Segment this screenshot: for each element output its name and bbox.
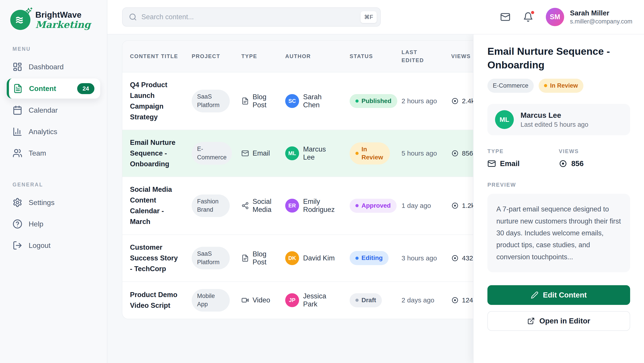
views-value: 432: [462, 254, 473, 262]
sidebar-section-general: GENERAL: [12, 182, 100, 188]
row-title: Customer Success Story - TechCorp: [122, 235, 184, 282]
author-name: Jessica Park: [303, 292, 338, 308]
status-label: Draft: [362, 296, 376, 304]
author-cell: SC Sarah Chen: [285, 93, 338, 109]
project-pill: E-Commerce: [192, 142, 232, 165]
mail-icon: [500, 12, 510, 22]
open-in-editor-button[interactable]: Open in Editor: [488, 311, 630, 331]
pencil-icon: [531, 291, 538, 299]
notifications-button[interactable]: [523, 12, 533, 22]
author-cell: ER Emily Rodriguez: [285, 198, 338, 214]
sidebar-item-settings[interactable]: Settings: [7, 192, 100, 213]
type-cell: Blog Post: [241, 250, 274, 266]
email-icon: [488, 159, 496, 168]
status-label: Approved: [362, 202, 391, 210]
open-in-editor-label: Open in Editor: [539, 317, 590, 325]
column-header-status: STATUS: [342, 41, 394, 72]
calendar-icon: [12, 105, 22, 115]
eye-icon: [451, 150, 459, 157]
status-badge: Draft: [350, 293, 382, 307]
author-name: David Kim: [303, 254, 335, 262]
last-edited: 5 hours ago: [394, 130, 444, 177]
user-email: s.miller@company.com: [570, 18, 632, 25]
sidebar-item-help[interactable]: Help: [7, 213, 100, 235]
email-icon: [241, 150, 249, 157]
author-name: Emily Rodriguez: [303, 198, 338, 214]
brand-tagline: Marketing: [35, 20, 90, 29]
brand-name: BrightWave: [35, 10, 90, 20]
search-box[interactable]: ⌘F: [122, 7, 381, 26]
author-card-info: Marcus Lee Last edited 5 hours ago: [520, 111, 588, 128]
sidebar-item-team[interactable]: Team: [7, 142, 100, 164]
sidebar-item-label: Dashboard: [29, 63, 64, 71]
status-label: Published: [362, 97, 392, 105]
preview-label: PREVIEW: [488, 182, 630, 188]
search-shortcut-hint: ⌘F: [360, 11, 377, 23]
type-value-text: Email: [500, 159, 520, 168]
column-header-project: PROJECT: [184, 41, 234, 72]
status-badge: In Review: [350, 142, 390, 165]
sidebar-item-logout[interactable]: Logout: [7, 235, 100, 256]
video-icon: [241, 296, 249, 304]
type-cell: Email: [241, 149, 274, 157]
sidebar-item-label: Calendar: [29, 106, 58, 114]
blog-post-icon: [241, 97, 249, 105]
share-icon: [241, 202, 249, 209]
sidebar-item-content[interactable]: Content 24: [7, 78, 100, 99]
views-cell: 856: [451, 150, 475, 157]
type-cell: Social Media: [241, 198, 274, 214]
status-label: In Review: [550, 82, 578, 90]
table-row[interactable]: Q4 Product Launch Campaign Strategy SaaS…: [122, 72, 479, 130]
type-value: Email: [488, 159, 559, 168]
views-value: 856: [559, 159, 630, 168]
sidebar-item-calendar[interactable]: Calendar: [7, 99, 100, 121]
views-cell: 432: [451, 254, 475, 262]
table-row-selected[interactable]: Email Nurture Sequence - Onboarding E-Co…: [122, 130, 479, 177]
type-cell: Video: [241, 296, 274, 304]
users-icon: [12, 148, 22, 158]
last-edited: 2 hours ago: [394, 72, 444, 130]
views-value: 2.4k: [462, 97, 475, 105]
type-label: Blog Post: [252, 250, 274, 266]
topbar-actions: SM Sarah Miller s.miller@company.com: [500, 8, 632, 26]
search-input[interactable]: [141, 13, 356, 21]
type-label: Social Media: [252, 198, 274, 214]
detail-meta: TYPE Email VIEWS 856: [488, 148, 630, 168]
sidebar-item-analytics[interactable]: Analytics: [7, 121, 100, 142]
column-header-last-edited: LAST EDITED: [394, 41, 444, 72]
sidebar-item-dashboard[interactable]: Dashboard: [7, 56, 100, 77]
user-menu[interactable]: SM Sarah Miller s.miller@company.com: [546, 8, 632, 26]
avatar: JP: [285, 293, 299, 307]
sidebar-item-label: Logout: [29, 241, 50, 250]
table-row[interactable]: Customer Success Story - TechCorp SaaS P…: [122, 235, 479, 282]
table-row[interactable]: Product Demo Video Script Mobile App Vid…: [122, 282, 479, 319]
sidebar-item-label: Content: [29, 84, 56, 93]
views-value-text: 856: [571, 159, 584, 168]
mail-button[interactable]: [500, 12, 510, 22]
status-dot: [356, 257, 358, 260]
views-cell: 1.2k: [451, 202, 475, 209]
author-cell: JP Jessica Park: [285, 292, 338, 308]
status-badge: Published: [350, 94, 397, 108]
bar-chart-icon: [12, 127, 22, 137]
avatar: ML: [285, 146, 299, 160]
logout-icon: [12, 241, 22, 250]
sidebar-item-label: Team: [29, 149, 46, 157]
status-dot: [356, 299, 358, 302]
edit-content-button[interactable]: Edit Content: [488, 285, 630, 305]
brand-logo-mark: [10, 10, 30, 30]
author-name: Marcus Lee: [303, 145, 338, 161]
last-edited: 1 day ago: [394, 177, 444, 235]
author-name: Sarah Chen: [303, 93, 338, 109]
avatar: ER: [285, 199, 299, 213]
content-table-card: CONTENT TITLE PROJECT TYPE AUTHOR STATUS…: [122, 40, 480, 319]
table-row[interactable]: Social Media Content Calendar - March Fa…: [122, 177, 479, 235]
project-pill: SaaS Platform: [192, 247, 230, 270]
author-last-edited: Last edited 5 hours ago: [520, 121, 588, 128]
content-count-badge: 24: [77, 83, 94, 94]
sidebar-section-menu: MENU: [12, 46, 100, 52]
search-icon: [129, 13, 137, 21]
avatar: SC: [285, 94, 299, 108]
views-value: 1.2k: [462, 202, 475, 209]
detail-tags: E-Commerce In Review: [488, 79, 630, 93]
